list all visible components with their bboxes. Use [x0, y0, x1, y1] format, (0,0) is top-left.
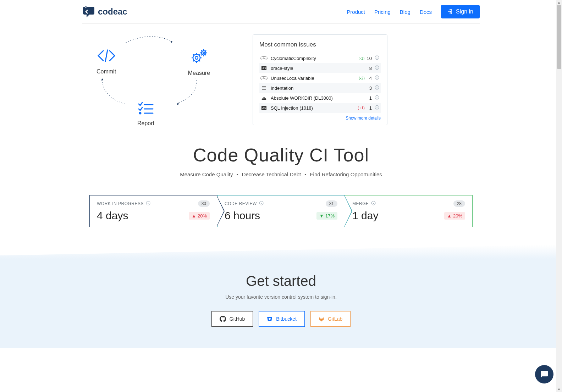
info-icon[interactable]: [375, 75, 379, 81]
issue-row: JS brace-style 8: [259, 63, 381, 73]
svg-point-4: [202, 51, 206, 55]
trend-icon: ▲: [447, 213, 452, 219]
bitbucket-icon: [267, 316, 272, 322]
github-label: GitHub: [230, 316, 245, 322]
issue-name: Indentation: [271, 85, 367, 91]
issue-name: UnusedLocalVariable: [271, 76, 359, 81]
info-icon[interactable]: [371, 201, 376, 206]
hero-title: Code Quality CI Tool: [82, 144, 480, 166]
stage-pct: ▲ 20%: [444, 212, 465, 220]
tagline-2: Decrease Technical Debt: [238, 171, 304, 177]
svg-point-5: [203, 52, 204, 54]
stage-count: 31: [326, 200, 337, 207]
signin-label: Sign in: [456, 9, 473, 15]
issue-row: php UnusedLocalVariable (-2) 4: [259, 73, 381, 83]
issue-name: brace-style: [271, 66, 367, 71]
arrow-3: [100, 77, 128, 105]
svg-point-6: [139, 112, 141, 114]
stage-value: 4 days: [97, 210, 128, 222]
hero-tagline: Measure Code Quality•Decrease Technical …: [82, 171, 480, 177]
get-started-title: Get started: [0, 273, 562, 289]
gitlab-label: GitLab: [328, 316, 342, 322]
scrollbar[interactable]: ▲ ▼: [556, 0, 562, 348]
logo-text: codeac: [98, 7, 127, 17]
stage-pct: ▲ 20%: [189, 212, 210, 220]
cycle-measure: Measure: [188, 49, 210, 76]
arrow-1: [125, 34, 175, 44]
info-icon[interactable]: [146, 201, 150, 206]
stage-value: 6 hours: [225, 210, 260, 222]
signin-button[interactable]: Sign in: [441, 5, 480, 18]
tagline-1: Measure Code Quality: [176, 171, 236, 177]
tagline-3: Find Refactoring Opportunities: [306, 171, 385, 177]
cycle-report-label: Report: [137, 120, 154, 127]
bitbucket-button[interactable]: Bitbucket: [259, 311, 305, 327]
nav-blog[interactable]: Blog: [400, 9, 411, 15]
cycle-report: Report: [137, 102, 154, 127]
main-nav: Product Pricing Blog Docs Sign in: [347, 5, 480, 18]
scroll-up-icon[interactable]: ▲: [557, 1, 561, 4]
issue-name: Absolute WORKDIR (DL3000): [271, 95, 367, 101]
stage-title: MERGE: [352, 201, 376, 206]
scrollbar-thumb[interactable]: [557, 5, 561, 69]
checklist-icon: [138, 102, 154, 115]
get-started-sub: Use your favorite version control system…: [0, 294, 562, 300]
issue-row: php CyclomaticComplexity (-1) 10: [259, 53, 381, 63]
issue-count: 1: [367, 95, 372, 101]
issue-delta: (-2): [359, 76, 365, 80]
issue-row: JS SQL Injection (1018) (+1) 1: [259, 103, 381, 113]
svg-point-3: [195, 56, 198, 59]
stage-title: WORK IN PROGRESS: [97, 201, 150, 206]
header: codeac Product Pricing Blog Docs Sign in: [82, 0, 480, 24]
stage-card: MERGE 28 1 day ▲ 20%: [345, 195, 473, 227]
bear-logo-icon: [82, 5, 95, 18]
issue-delta: (+1): [358, 106, 365, 110]
show-more-link[interactable]: Show more details: [259, 116, 381, 121]
stage-title: CODE REVIEW: [225, 201, 264, 206]
arrow-2: [175, 77, 199, 105]
cycle-commit: Commit: [97, 49, 116, 75]
cycle-commit-label: Commit: [97, 68, 116, 75]
info-icon[interactable]: [375, 55, 379, 61]
info-icon[interactable]: [375, 65, 379, 71]
nav-docs[interactable]: Docs: [420, 9, 432, 15]
lang-icon: php: [261, 56, 267, 60]
trend-icon: ▲: [192, 213, 196, 219]
stage-pct: ▼ 17%: [316, 212, 337, 220]
issue-count: 3: [367, 85, 372, 91]
signin-icon: [447, 9, 453, 15]
issue-row: Absolute WORKDIR (DL3000) 1: [259, 93, 381, 103]
issue-count: 1: [367, 105, 372, 111]
gitlab-button[interactable]: GitLab: [310, 311, 351, 327]
issue-name: SQL Injection (1018): [271, 105, 358, 111]
lang-icon: JS: [261, 66, 267, 70]
issues-card: Most common issues php CyclomaticComplex…: [253, 34, 387, 125]
vcs-buttons: GitHub Bitbucket GitLab: [0, 311, 562, 327]
stage-card: CODE REVIEW 31 6 hours ▼ 17%: [217, 195, 345, 227]
issue-count: 10: [367, 56, 372, 61]
stages: WORK IN PROGRESS 30 4 days ▲ 20% CODE RE…: [82, 195, 480, 227]
info-icon[interactable]: [375, 85, 379, 91]
lang-icon: JS: [261, 106, 267, 110]
stage-value: 1 day: [352, 210, 378, 222]
info-icon[interactable]: [259, 201, 264, 206]
info-icon[interactable]: [375, 105, 379, 111]
stage-count: 30: [198, 200, 210, 207]
info-icon[interactable]: [375, 95, 379, 101]
hero: Code Quality CI Tool Measure Code Qualit…: [82, 144, 480, 177]
lang-icon: [261, 85, 267, 90]
nav-pricing[interactable]: Pricing: [374, 9, 391, 15]
top-section: Commit Measure Report Most common issues…: [82, 34, 480, 127]
gitlab-icon: [319, 316, 324, 322]
trend-icon: ▼: [319, 213, 324, 219]
logo[interactable]: codeac: [82, 5, 127, 18]
get-started-section: Get started Use your favorite version co…: [0, 245, 562, 348]
github-button[interactable]: GitHub: [211, 311, 253, 327]
cycle-diagram: Commit Measure Report: [89, 34, 210, 127]
nav-product[interactable]: Product: [347, 9, 365, 15]
code-icon: [97, 49, 116, 63]
issues-title: Most common issues: [259, 41, 381, 48]
issue-count: 4: [367, 76, 372, 81]
bitbucket-label: Bitbucket: [276, 316, 297, 322]
github-icon: [220, 316, 226, 322]
